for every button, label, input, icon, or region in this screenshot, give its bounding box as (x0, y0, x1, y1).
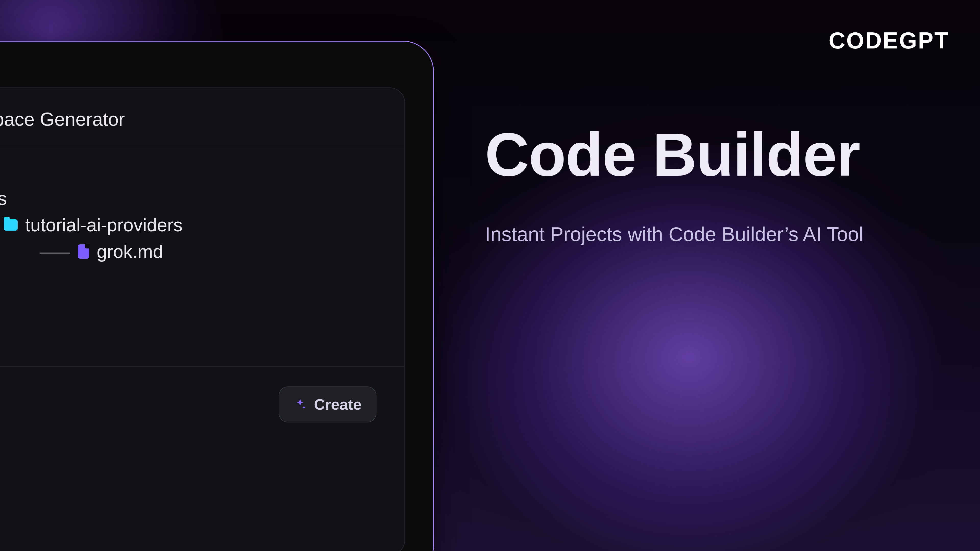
hero-subtitle: Instant Projects with Code Builder’s AI … (485, 222, 919, 246)
hero-title: Code Builder (485, 122, 950, 187)
tree-root[interactable]: cs (0, 188, 384, 209)
create-button-label: Create (314, 395, 362, 413)
divider (0, 366, 404, 367)
folder-icon (4, 219, 18, 230)
section-title: pace Generator (0, 108, 125, 130)
tree-folder-row[interactable]: tutorial-ai-providers (0, 214, 384, 235)
tree-folder-label: tutorial-ai-providers (25, 214, 183, 235)
file-tree: cs tutorial-ai-providers grok.md (0, 183, 384, 268)
tree-connector (40, 252, 70, 254)
hero: Code Builder Instant Projects with Code … (485, 122, 950, 246)
sparkle-icon (293, 398, 307, 411)
ui-panel: pace Generator cs tutorial-ai-providers … (0, 41, 434, 551)
brand-name: CODEGPT (829, 28, 950, 53)
file-icon (78, 245, 89, 259)
brand-logo: CODEGPT (829, 27, 950, 54)
tree-file-label: grok.md (97, 241, 163, 262)
divider (0, 147, 404, 147)
tree-file-row[interactable]: grok.md (0, 241, 384, 262)
generator-card: pace Generator cs tutorial-ai-providers … (0, 87, 405, 551)
tree-root-label: cs (0, 188, 7, 209)
create-button[interactable]: Create (279, 386, 376, 422)
